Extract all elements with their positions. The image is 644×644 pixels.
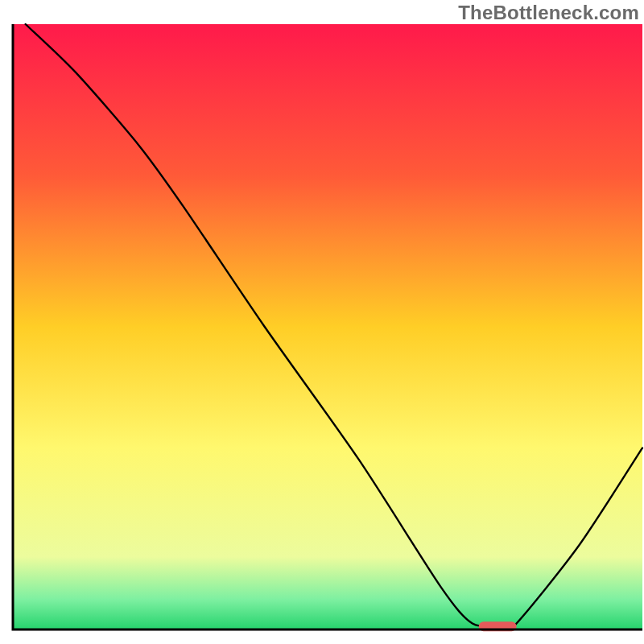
watermark-text: TheBottleneck.com — [458, 2, 639, 24]
plot-background — [13, 24, 642, 630]
bottleneck-chart — [0, 0, 644, 644]
